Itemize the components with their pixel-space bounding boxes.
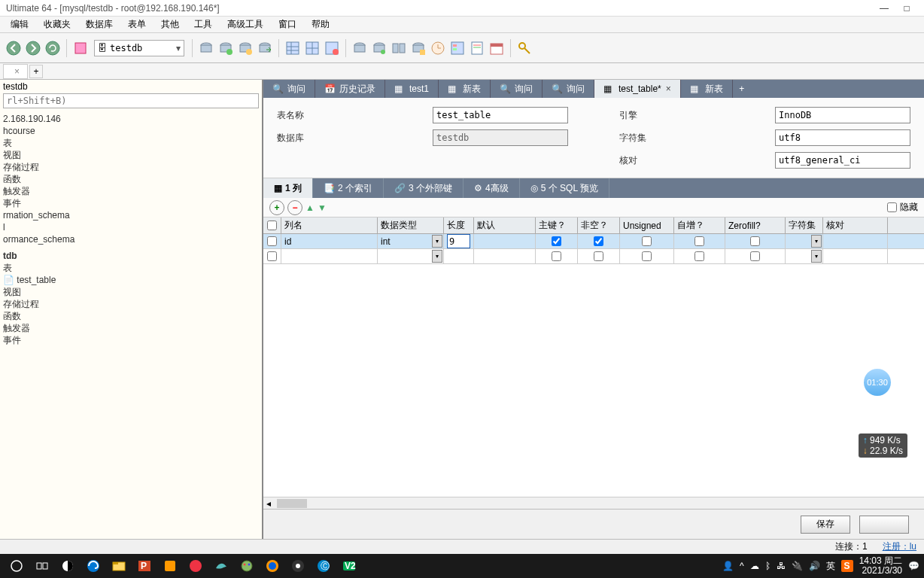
table-name-input[interactable]: [433, 107, 568, 123]
maximize-button[interactable]: □: [895, 3, 918, 14]
secondary-button[interactable]: [859, 516, 909, 534]
powerpoint-icon[interactable]: P: [132, 555, 157, 576]
col-charset-cell[interactable]: ▾: [786, 249, 823, 263]
tree-node[interactable]: ormance_schema: [2, 233, 260, 245]
subtab-columns[interactable]: ▦1 列: [263, 178, 313, 198]
menu-window[interactable]: 窗口: [271, 17, 304, 32]
object-tree[interactable]: 2.168.190.146 hcourse 表 视图 存储过程 函数 触发器 事…: [0, 110, 262, 539]
tree-node[interactable]: 触发器: [2, 185, 260, 197]
menu-other[interactable]: 其他: [153, 17, 187, 32]
tab-newtable1[interactable]: ▦新表: [439, 80, 491, 98]
minimize-button[interactable]: —: [873, 3, 895, 14]
tree-node[interactable]: 视图: [2, 149, 260, 161]
db-tool3-icon[interactable]: [236, 39, 254, 57]
tree-node[interactable]: l: [2, 221, 260, 233]
tray-power-icon[interactable]: 🔌: [792, 561, 803, 571]
col-charset-cell[interactable]: ▾: [786, 234, 823, 248]
timer-bubble[interactable]: 01:30: [864, 369, 891, 396]
col-ai-header[interactable]: 自增？: [674, 218, 725, 233]
app3-icon[interactable]: [184, 555, 208, 576]
tray-people-icon[interactable]: 👤: [722, 561, 734, 571]
column-row-empty[interactable]: ▾ ▾: [263, 249, 924, 264]
col-default-header[interactable]: 默认: [474, 218, 536, 233]
tree-node[interactable]: 存储过程: [2, 161, 260, 173]
nav-forward-icon[interactable]: [24, 39, 42, 57]
col-type-cell[interactable]: ▾: [378, 249, 444, 263]
tree-node[interactable]: rmation_schema: [2, 209, 260, 221]
tab-query2[interactable]: 🔍询问: [491, 80, 543, 98]
save-button[interactable]: 保存: [801, 516, 850, 534]
col-unsigned-header[interactable]: Unsigned: [620, 218, 674, 233]
subtab-fk[interactable]: 🔗3 个外部键: [384, 178, 464, 198]
db-schedule-icon[interactable]: [429, 39, 447, 57]
tray-sogou-icon[interactable]: S: [841, 560, 853, 572]
db-backup-icon[interactable]: [409, 39, 427, 57]
task-view-icon[interactable]: [30, 555, 54, 576]
row-select-checkbox[interactable]: [267, 251, 277, 261]
col-nn-header[interactable]: 非空？: [578, 218, 620, 233]
column-row[interactable]: id int▾ ▾: [263, 234, 924, 249]
tab-newtable2[interactable]: ▦新表: [681, 80, 733, 98]
tree-child[interactable]: 表: [2, 262, 260, 274]
collation-select[interactable]: utf8_general_ci: [775, 152, 910, 169]
paint-icon[interactable]: [235, 555, 259, 576]
tree-child[interactable]: 事件: [2, 334, 260, 346]
col-zf-header[interactable]: Zerofill?: [725, 218, 786, 233]
form-icon[interactable]: [448, 39, 467, 57]
close-tab-icon[interactable]: ×: [14, 66, 20, 77]
col-name-cell[interactable]: id: [281, 234, 378, 248]
object-filter-input[interactable]: [3, 93, 259, 108]
type-dropdown-icon[interactable]: ▾: [432, 235, 442, 248]
delete-column-button[interactable]: −: [287, 200, 302, 215]
row-select-checkbox[interactable]: [267, 236, 277, 246]
unsigned-checkbox[interactable]: [642, 236, 652, 246]
app4-icon[interactable]: [286, 555, 310, 576]
db-compare-icon[interactable]: [390, 39, 408, 57]
notnull-checkbox[interactable]: [594, 251, 603, 261]
tab-test-table[interactable]: ▦test_table*×: [594, 80, 681, 98]
columns-grid[interactable]: id int▾ ▾ ▾: [263, 234, 924, 497]
db-tool2-icon[interactable]: [217, 39, 235, 57]
subtab-indexes[interactable]: 📑2 个索引: [313, 178, 384, 198]
sidebar-root[interactable]: testdb: [3, 81, 259, 92]
move-down-icon[interactable]: ▼: [318, 202, 327, 213]
hide-checkbox[interactable]: [887, 202, 897, 212]
grid2-icon[interactable]: [303, 39, 321, 57]
col-collation-header[interactable]: 核对: [823, 218, 888, 233]
col-len-cell[interactable]: [444, 234, 474, 248]
col-name-header[interactable]: 列名: [281, 218, 378, 233]
col-len-cell[interactable]: [444, 249, 474, 263]
menu-help[interactable]: 帮助: [304, 17, 337, 32]
firefox-icon[interactable]: [260, 555, 284, 576]
tray-vol-icon[interactable]: 🔊: [809, 561, 820, 571]
status-register[interactable]: 注册：lu: [883, 540, 916, 553]
tab-test1[interactable]: ▦test1: [385, 80, 439, 98]
move-up-icon[interactable]: ▲: [305, 202, 315, 213]
tree-child[interactable]: 存储过程: [2, 298, 260, 310]
db-sync2-icon[interactable]: [370, 39, 388, 57]
tab-query3[interactable]: 🔍询问: [543, 80, 594, 98]
app5-icon[interactable]: Ⓒ: [312, 555, 336, 576]
menu-edit[interactable]: 编辑: [3, 17, 36, 32]
key-icon[interactable]: [515, 39, 533, 57]
tray-bt-icon[interactable]: ᛒ: [765, 561, 771, 571]
type-dropdown-icon[interactable]: ▾: [432, 250, 442, 263]
engine-select[interactable]: InnoDB: [775, 107, 910, 123]
hide-checkbox-label[interactable]: 隐藏: [887, 201, 918, 214]
subtab-advanced[interactable]: ⚙4高级: [464, 178, 520, 198]
tree-node[interactable]: 事件: [2, 197, 260, 209]
col-default-cell[interactable]: [474, 249, 536, 263]
add-conn-tab[interactable]: +: [29, 65, 43, 78]
autoinc-checkbox[interactable]: [695, 251, 704, 261]
report-icon[interactable]: [468, 39, 486, 57]
subtab-sql[interactable]: ◎5 个 SQL 预览: [520, 178, 609, 198]
col-default-cell[interactable]: [474, 234, 536, 248]
h-scrollbar[interactable]: ◂: [263, 497, 924, 509]
pk-checkbox[interactable]: [552, 236, 561, 246]
notnull-checkbox[interactable]: [594, 236, 603, 246]
taskbar-clock[interactable]: 14:03 周二 2021/3/30: [859, 556, 902, 576]
tree-db[interactable]: tdb: [2, 250, 260, 262]
charset-dropdown-icon[interactable]: ▾: [811, 235, 822, 248]
explorer-icon[interactable]: [107, 555, 131, 576]
tree-child[interactable]: 视图: [2, 286, 260, 298]
